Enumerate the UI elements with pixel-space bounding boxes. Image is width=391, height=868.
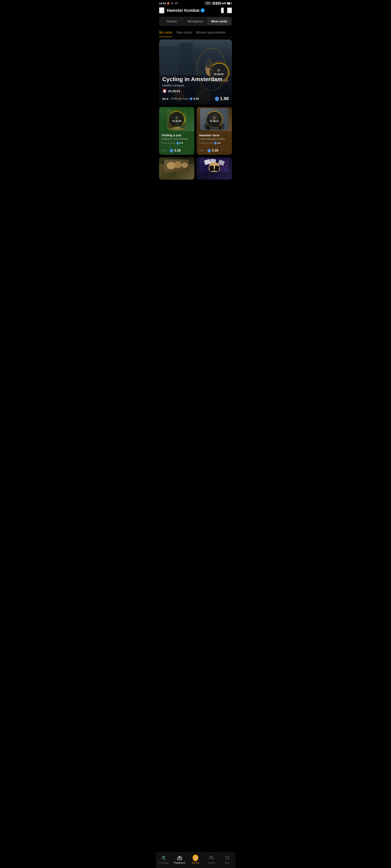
person-icon: ✂️: [171, 2, 174, 5]
earn-icon: [224, 855, 230, 861]
bell-slash-icon: 🔕: [167, 2, 170, 5]
status-time: 13:04: [159, 2, 166, 5]
hero-pph-value: 0.44: [193, 97, 199, 100]
vpn-badge: VPN: [205, 2, 211, 5]
status-bar: 13:04 🔕 ✂️ ◁ ᵛ · VPN ▐▐▐▐▐ wifi: [156, 0, 235, 6]
card-zoo-price-value: 3.18: [174, 149, 180, 152]
hero-timer: ⏰ 23:25:51: [162, 89, 229, 93]
card-zoo-level: lvl 5: [162, 149, 166, 152]
airdrop-icon: 🐹: [193, 855, 198, 861]
signal-icon: ᵛ: [177, 2, 178, 5]
partial-card-2[interactable]: [197, 157, 232, 180]
hero-pph: lvl 4 Profit per hour 0.44: [162, 97, 199, 100]
nav-item-exchange[interactable]: KC Exchange: [156, 854, 172, 865]
svg-rect-1: [177, 857, 181, 860]
card-racer-pph-value: 0.4: [218, 142, 221, 144]
subtab-new-cards[interactable]: New cards: [176, 29, 192, 37]
card-racer-body: Hamster racer A very expensive hobby Pro…: [197, 131, 232, 155]
tab-mine-cards[interactable]: Mine cards: [207, 18, 231, 25]
battery-icon: [227, 2, 232, 4]
cards-grid: ⏱ 01:46:09 Visiting a zoo Getting to kno…: [156, 107, 235, 155]
card-racer-pph: Profit per hour 0.4: [199, 142, 229, 145]
nav-label-airdrop: AirDrop: [192, 862, 199, 864]
card-racer-countdown: ⏱ 01:46:11: [207, 112, 222, 127]
diamond-icon-hero-total: [215, 96, 219, 101]
card-hamster-racer[interactable]: ⏱ 01:46:11 Hamster racer A very expensiv…: [197, 107, 232, 155]
tab-games[interactable]: Games: [160, 18, 184, 25]
card-racer-pph-label: Profit per hour: [199, 142, 214, 144]
tab-switcher: Games Minigames Mine cards: [159, 17, 232, 26]
card-racer-desc: A very expensive hobby: [199, 137, 229, 141]
subtab-missed[interactable]: Missed opportunities: [196, 29, 226, 37]
header-actions: ▾ ⋮: [221, 7, 232, 13]
hero-level: lvl 4: [162, 97, 168, 100]
hero-timer-value: 23:25:51: [168, 89, 180, 93]
friends-icon: [208, 855, 214, 861]
hero-title: Cycling in Amsterdam: [162, 76, 229, 83]
svg-text:KC: KC: [162, 857, 165, 860]
card-racer-price-value: 3.18: [212, 149, 218, 152]
card-racer-separator: [205, 149, 206, 152]
location-icon: ◁: [174, 2, 176, 5]
nav-item-earn[interactable]: Earn: [219, 854, 235, 865]
hero-footer: lvl 4 Profit per hour 0.44 1.98: [162, 96, 229, 101]
card-racer-image-area: ⏱ 01:46:11: [197, 107, 232, 131]
card-zoo-separator: [168, 149, 168, 152]
hero-card[interactable]: ⏱ 01:46:02 Cycling in Amsterdam Healthy …: [159, 39, 232, 104]
subtab-my-cards[interactable]: My cards: [159, 29, 172, 37]
card-racer-level: lvl 5: [199, 149, 204, 152]
card-racer-footer: lvl 5 3.18: [199, 149, 229, 152]
hero-subtitle: Healthy transport: [162, 84, 229, 87]
diamond-icon-zoo-pph: [176, 142, 179, 145]
diamond-icon-zoo-price: [170, 149, 173, 152]
timer-clock-icon: ⏰: [162, 89, 167, 93]
more-menu-button[interactable]: ⋮: [227, 7, 232, 13]
bottom-nav: KC Exchange Playground 🐹 AirDrop: [156, 852, 235, 868]
nav-item-friends[interactable]: Friends: [203, 854, 219, 865]
card-racer-price: 3.18: [207, 149, 218, 152]
nav-item-airdrop[interactable]: 🐹 AirDrop: [188, 854, 203, 865]
card-zoo-pph-label: Profit per hour: [162, 142, 176, 144]
signal-bars-icon: ▐▐▐▐▐: [212, 2, 221, 5]
wifi-icon: wifi: [221, 2, 226, 5]
nav-label-friends: Friends: [208, 862, 215, 864]
hero-pph-label: Profit per hour: [171, 97, 189, 100]
svg-rect-4: [179, 858, 180, 858]
svg-marker-7: [225, 856, 229, 860]
card-zoo-pph: Profit per hour 0.4: [162, 142, 192, 145]
card-zoo-price: 3.18: [170, 149, 180, 152]
nav-label-exchange: Exchange: [159, 862, 169, 864]
diamond-icon-racer-price: [207, 149, 211, 152]
status-right: VPN ▐▐▐▐▐ wifi: [205, 2, 232, 5]
header: ← Hamster Kombat ✓ ▾ ⋮: [156, 6, 235, 16]
card-zoo-footer: lvl 5 3.18: [162, 149, 192, 152]
back-button[interactable]: ←: [159, 7, 164, 13]
card-zoo-countdown: ⏱ 01:46:09: [169, 112, 184, 127]
card-visiting-zoo[interactable]: ⏱ 01:46:09 Visiting a zoo Getting to kno…: [159, 107, 194, 155]
tab-minigames[interactable]: Minigames: [184, 18, 207, 25]
card-zoo-pph-value: 0.4: [180, 142, 183, 144]
sub-tabs: My cards New cards Missed opportunities: [156, 29, 235, 37]
diamond-icon-hero-pph: [190, 97, 192, 100]
dropdown-button[interactable]: ▾: [221, 7, 224, 13]
svg-point-3: [180, 858, 181, 859]
card-zoo-title: Visiting a zoo: [162, 133, 192, 137]
playground-icon: [177, 855, 183, 861]
card-zoo-image-area: ⏱ 01:46:09: [159, 107, 194, 131]
svg-point-6: [212, 856, 213, 858]
hero-total-value: 1.98: [215, 96, 229, 101]
app-name: Hamster Kombat: [167, 8, 199, 13]
hero-content: Cycling in Amsterdam Healthy transport ⏰…: [159, 73, 232, 104]
nav-label-earn: Earn: [225, 862, 229, 864]
card-zoo-body: Visiting a zoo Getting to know animals P…: [159, 131, 194, 155]
nav-item-playground[interactable]: Playground: [172, 854, 188, 865]
partial-cards-grid: [156, 157, 235, 180]
hero-total-number: 1.98: [220, 96, 229, 101]
header-title: Hamster Kombat ✓: [167, 8, 219, 13]
exchange-icon: KC: [161, 855, 167, 861]
card-zoo-desc: Getting to know animals: [162, 137, 192, 141]
verified-badge: ✓: [201, 8, 205, 12]
card-racer-title: Hamster racer: [199, 133, 229, 137]
nav-label-playground: Playground: [174, 862, 185, 864]
partial-card-1[interactable]: [159, 157, 194, 180]
